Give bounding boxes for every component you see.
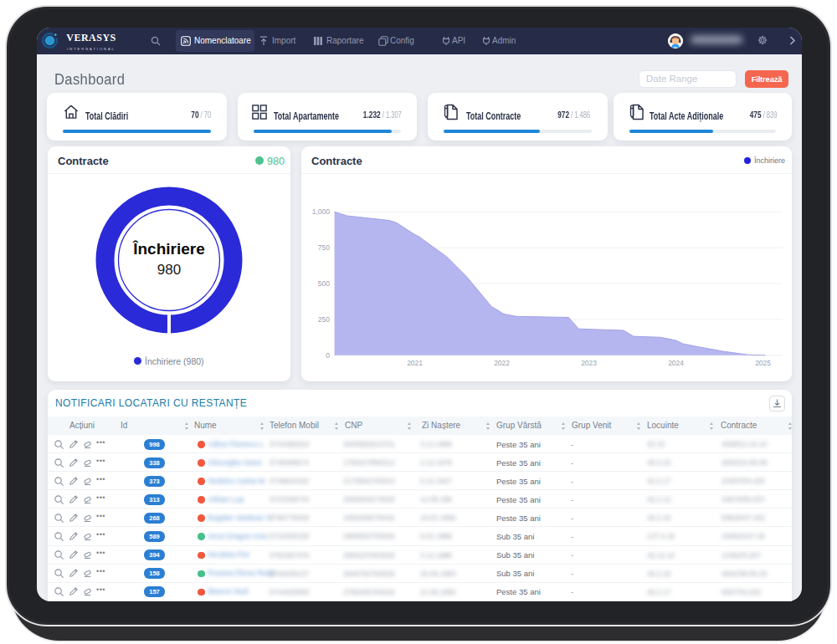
svg-text:2021: 2021 xyxy=(407,359,423,367)
svg-text:2022: 2022 xyxy=(494,359,510,367)
svg-text:2024: 2024 xyxy=(668,359,684,367)
svg-text:250: 250 xyxy=(318,315,330,324)
svg-text:2023: 2023 xyxy=(581,359,597,367)
svg-text:500: 500 xyxy=(318,279,330,288)
svg-text:750: 750 xyxy=(318,243,330,252)
svg-text:1,000: 1,000 xyxy=(312,207,331,216)
svg-text:Închiriere: Închiriere xyxy=(132,240,205,258)
svg-text:0: 0 xyxy=(326,351,330,360)
svg-text:2025: 2025 xyxy=(755,359,771,367)
svg-text:980: 980 xyxy=(157,262,181,278)
